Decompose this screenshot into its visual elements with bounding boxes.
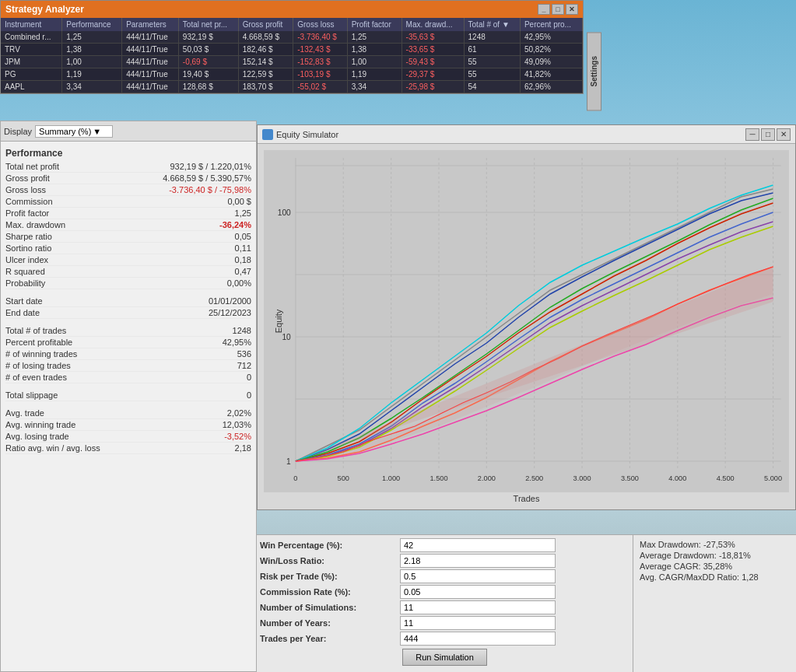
cell-parameters: 444/11/True (122, 44, 179, 56)
trades-stat-row: # of winning trades536 (5, 348, 251, 360)
equity-simulator-titlebar: Equity Simulator ─ □ ✕ (258, 125, 795, 144)
display-dropdown[interactable]: Summary (%) ▼ (35, 125, 113, 138)
minimize-button[interactable]: _ (538, 4, 550, 15)
data-table-container: Instrument Performance Parameters Total … (1, 18, 583, 93)
table-row[interactable]: AAPL3,34444/11/True128,68 $183,70 $-55,0… (1, 81, 583, 93)
strategy-analyzer-titlebar: Strategy Analyzer _ □ ✕ Settings (1, 1, 583, 18)
cell-percent_prof: 50,82% (520, 44, 582, 56)
cell-total_trades: 61 (464, 44, 520, 56)
input-label: Win/Loss Ratio: (260, 556, 400, 565)
col-header-profit-factor: Profit factor (347, 18, 402, 31)
table-row[interactable]: JPM1,00444/11/True-0,69 $152,14 $-152,83… (1, 56, 583, 68)
trades-stat-row: Percent profitable42,95% (5, 337, 251, 348)
cell-total_net: -0,69 $ (178, 56, 238, 68)
col-header-gross-loss: Gross loss (293, 18, 347, 31)
svg-text:4.000: 4.000 (668, 474, 686, 482)
stat-value: 0,00% (227, 278, 251, 288)
stat-label: Probability (5, 278, 45, 288)
table-row[interactable]: PG1,19444/11/True19,40 $122,59 $-103,19 … (1, 68, 583, 81)
stat-label: Sharpe ratio (5, 232, 52, 241)
svg-text:1: 1 (286, 457, 291, 466)
cell-total_net: 50,03 $ (178, 44, 238, 56)
cell-gross_profit: 182,46 $ (238, 44, 293, 56)
stat-value: 0,47 (235, 267, 251, 276)
input-field[interactable] (400, 585, 556, 599)
input-field[interactable] (400, 569, 556, 583)
table-row[interactable]: Combined r...1,25444/11/True932,19 $4.66… (1, 31, 583, 44)
close-button[interactable]: ✕ (566, 4, 578, 15)
cell-gross_loss: -55,02 $ (293, 81, 347, 93)
cell-parameters: 444/11/True (122, 31, 179, 44)
date-stat-value: 25/12/2023 (209, 308, 251, 317)
input-grid: Win Percentage (%):Win/Loss Ratio:Risk p… (257, 535, 633, 672)
cell-max_draw: -59,43 $ (402, 56, 464, 68)
input-field[interactable] (400, 600, 556, 614)
es-close-button[interactable]: ✕ (777, 128, 791, 141)
titlebar-buttons: _ □ ✕ (538, 4, 578, 15)
run-simulation-button[interactable]: Run Simulation (402, 649, 487, 666)
instruments-table: Instrument Performance Parameters Total … (1, 18, 583, 93)
stat-row: Max. drawdown-36,24% (5, 219, 251, 231)
svg-text:3.500: 3.500 (621, 474, 639, 482)
stat-row: Gross profit4.668,59 $ / 5.390,57% (5, 173, 251, 184)
stat-value: -36,24% (219, 220, 251, 229)
es-minimize-button[interactable]: ─ (745, 128, 759, 141)
cell-performance: 1,19 (62, 68, 122, 81)
input-label: Commission Rate (%): (260, 587, 400, 597)
date-stat-row: End date25/12/2023 (5, 307, 251, 319)
cell-total_trades: 55 (464, 68, 520, 81)
maximize-button[interactable]: □ (552, 4, 564, 15)
input-row: Commission Rate (%): (260, 585, 629, 599)
svg-text:1.000: 1.000 (382, 474, 400, 482)
dropdown-arrow-icon: ▼ (93, 127, 101, 136)
stat-row: Profit factor1,25 (5, 208, 251, 219)
performance-section-header: Performance (5, 148, 251, 159)
stat-value: 0,11 (235, 243, 251, 253)
es-maximize-button[interactable]: □ (761, 128, 775, 141)
col-header-percent-prof: Percent pro... (520, 18, 582, 31)
settings-tab[interactable]: Settings (587, 32, 601, 110)
input-field[interactable] (400, 616, 556, 630)
y-axis-label: Equity (274, 310, 283, 334)
separator-1 (5, 289, 251, 296)
svg-text:1.500: 1.500 (430, 474, 447, 482)
equity-simulator-window: Equity Simulator ─ □ ✕ Equity (257, 124, 796, 510)
svg-text:4.500: 4.500 (717, 474, 735, 482)
bottom-input-panel: Win Percentage (%):Win/Loss Ratio:Risk p… (257, 534, 796, 672)
equity-simulator-icon (262, 129, 273, 140)
cell-total_net: 19,40 $ (178, 68, 238, 81)
input-field[interactable] (400, 554, 556, 568)
cell-profit_factor: 1,25 (347, 31, 402, 44)
cell-total_net: 932,19 $ (178, 31, 238, 44)
input-label: Win Percentage (%): (260, 541, 400, 550)
right-stat-row: Avg. CAGR/MaxDD Ratio: 1,28 (640, 572, 790, 582)
input-field[interactable] (400, 538, 556, 552)
col-header-max-draw: Max. drawd... (402, 18, 464, 31)
stat-value: 4.668,59 $ / 5.390,57% (163, 173, 251, 183)
avg-stat-row: Avg. losing trade-3,52% (5, 431, 251, 443)
chart-container: Equity (258, 144, 795, 509)
stat-row: Gross loss-3.736,40 $ / -75,98% (5, 184, 251, 196)
col-header-total-trades[interactable]: Total # of ▼ (464, 18, 520, 31)
cell-gross_profit: 152,14 $ (238, 56, 293, 68)
svg-text:10: 10 (282, 333, 291, 341)
cell-max_draw: -29,37 $ (402, 68, 464, 81)
right-stat-row: Average CAGR: 35,28% (640, 562, 790, 571)
stat-label: Max. drawdown (5, 220, 65, 229)
display-dropdown-value: Summary (%) (39, 127, 91, 136)
cell-instrument: JPM (1, 56, 62, 68)
display-label: Display (4, 127, 32, 136)
input-row: Trades per Year: (260, 632, 629, 646)
input-field[interactable] (400, 632, 556, 646)
trades-stat-row: Total # of trades1248 (5, 325, 251, 337)
cell-percent_prof: 42,95% (520, 31, 582, 44)
cell-total_trades: 55 (464, 56, 520, 68)
cell-performance: 1,25 (62, 31, 122, 44)
trades-stat-value: 536 (237, 349, 251, 359)
right-stats-content: Max Drawdown: -27,53%Average Drawdown: -… (640, 540, 790, 582)
table-row[interactable]: TRV1,38444/11/True50,03 $182,46 $-132,43… (1, 44, 583, 56)
separator-2 (5, 319, 251, 325)
stat-row: Sortino ratio0,11 (5, 243, 251, 254)
cell-gross_profit: 4.668,59 $ (238, 31, 293, 44)
col-header-gross-profit: Gross profit (238, 18, 293, 31)
